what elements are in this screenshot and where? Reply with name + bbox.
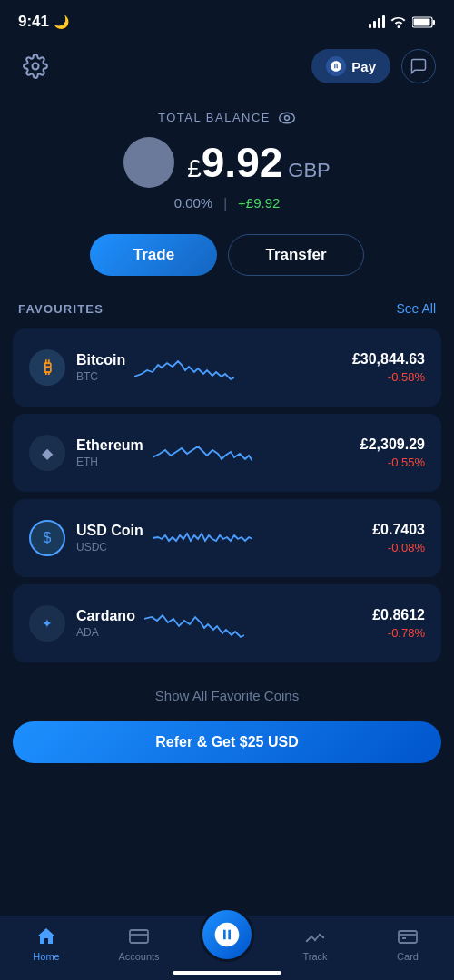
coin-left: ✦ Cardano ADA (29, 605, 135, 642)
svg-rect-13 (399, 931, 417, 943)
usdcoin-card[interactable]: $ USD Coin USDC £0.7403 -0.08% (13, 499, 441, 577)
bitcoin-chart (134, 345, 325, 390)
track-label: Track (302, 951, 327, 962)
ethereum-icon: ◆ (29, 435, 65, 471)
action-buttons: Trade Transfer (0, 220, 454, 298)
home-indicator (173, 971, 281, 975)
svg-point-10 (314, 939, 316, 941)
bitcoin-symbol: BTC (76, 370, 125, 383)
cardano-symbol: ADA (76, 626, 135, 639)
status-time: 9:41 (18, 13, 49, 31)
bitcoin-right: £30,844.63 -0.58% (334, 351, 425, 384)
bitcoin-icon: ₿ (29, 349, 65, 386)
settings-button[interactable] (18, 49, 53, 83)
ethereum-change: -0.55% (334, 456, 425, 469)
balance-row: £9.92GBP (18, 137, 436, 188)
coin-left: ₿ Bitcoin BTC (29, 349, 125, 386)
usdcoin-icon: $ (29, 520, 65, 556)
currency-symbol: £ (187, 154, 202, 182)
eye-icon[interactable] (278, 112, 296, 124)
svg-point-5 (285, 115, 290, 120)
svg-point-3 (33, 64, 39, 70)
battery-icon (412, 16, 436, 28)
ethereum-card[interactable]: ◆ Ethereum ETH £2,309.29 -0.55% (13, 414, 441, 492)
svg-rect-2 (414, 18, 430, 25)
accounts-label: Accounts (118, 951, 159, 962)
transfer-button[interactable]: Transfer (228, 234, 363, 276)
usdcoin-change: -0.08% (334, 541, 425, 554)
accounts-icon (128, 926, 150, 947)
nav-home[interactable]: Home (15, 926, 78, 962)
header: Pay (0, 40, 454, 93)
ethereum-chart (153, 430, 325, 475)
balance-change: 0.00% | +£9.92 (18, 195, 436, 211)
cardano-change: -0.78% (334, 626, 425, 640)
bitcoin-name: Bitcoin (76, 352, 125, 368)
ethereum-name: Ethereum (76, 437, 143, 454)
ethereum-price: £2,309.29 (334, 436, 425, 453)
usdcoin-chart (153, 515, 325, 561)
balance-label: TOTAL BALANCE (18, 111, 436, 124)
nav-track[interactable]: Track (283, 926, 347, 962)
nav-card[interactable]: Card (376, 926, 439, 962)
card-label: Card (397, 951, 419, 962)
card-icon (397, 926, 419, 947)
cardano-price: £0.8612 (334, 607, 425, 623)
cardano-card[interactable]: ✦ Cardano ADA £0.8612 -0.78% (13, 584, 441, 662)
moon-icon: 🌙 (54, 15, 69, 29)
cardano-right: £0.8612 -0.78% (334, 607, 425, 640)
coin-left: ◆ Ethereum ETH (29, 435, 143, 471)
svg-point-4 (280, 113, 295, 123)
pay-label: Pay (351, 59, 376, 74)
see-all-link[interactable]: See All (396, 301, 436, 316)
status-icons (369, 15, 436, 28)
balance-amount: £9.92GBP (187, 138, 331, 187)
trade-button[interactable]: Trade (90, 234, 217, 276)
usdcoin-right: £0.7403 -0.08% (334, 522, 425, 554)
status-bar: 9:41 🌙 (0, 0, 454, 40)
ethereum-right: £2,309.29 -0.55% (334, 436, 425, 469)
amount-value: 9.92 (202, 139, 283, 186)
pay-button[interactable]: Pay (311, 49, 390, 83)
svg-point-12 (322, 936, 324, 938)
track-icon (304, 926, 326, 947)
coin-list: ₿ Bitcoin BTC £30,844.63 -0.58% ◆ Ethere… (0, 328, 454, 662)
bitcoin-price: £30,844.63 (334, 351, 425, 368)
currency-code: GBP (288, 159, 330, 181)
chat-button[interactable] (401, 49, 436, 83)
usdcoin-price: £0.7403 (334, 522, 425, 538)
refer-banner[interactable]: Refer & Get $25 USD (13, 721, 441, 763)
svg-point-8 (306, 940, 308, 942)
nav-center-button[interactable] (200, 907, 254, 962)
svg-rect-6 (130, 930, 148, 943)
cardano-chart (144, 601, 325, 646)
cardano-icon: ✦ (29, 605, 65, 642)
bitcoin-card[interactable]: ₿ Bitcoin BTC £30,844.63 -0.58% (13, 328, 441, 407)
home-label: Home (33, 951, 59, 962)
favourites-title: FAVOURITES (18, 302, 104, 316)
svg-point-9 (311, 936, 312, 937)
ethereum-symbol: ETH (76, 456, 143, 468)
usdcoin-symbol: USDC (76, 541, 143, 554)
svg-rect-1 (433, 20, 436, 24)
usdcoin-name: USD Coin (76, 523, 143, 539)
balance-pct-change: 0.00% (174, 195, 213, 211)
coin-left: $ USD Coin USDC (29, 520, 143, 556)
pay-logo-icon (326, 56, 346, 76)
nav-accounts[interactable]: Accounts (107, 926, 171, 962)
header-right: Pay (311, 49, 436, 83)
show-all-link[interactable]: Show All Favorite Coins (0, 670, 454, 721)
avatar (123, 137, 174, 188)
wifi-icon (390, 15, 407, 28)
favourites-header: FAVOURITES See All (0, 298, 454, 328)
balance-section: TOTAL BALANCE £9.92GBP 0.00% | +£9.92 (0, 93, 454, 220)
home-icon (35, 926, 57, 947)
bitcoin-change: -0.58% (334, 370, 425, 384)
signal-icon (369, 15, 385, 28)
cardano-name: Cardano (76, 608, 135, 624)
balance-gain: +£9.92 (238, 195, 280, 211)
svg-point-11 (319, 934, 321, 936)
